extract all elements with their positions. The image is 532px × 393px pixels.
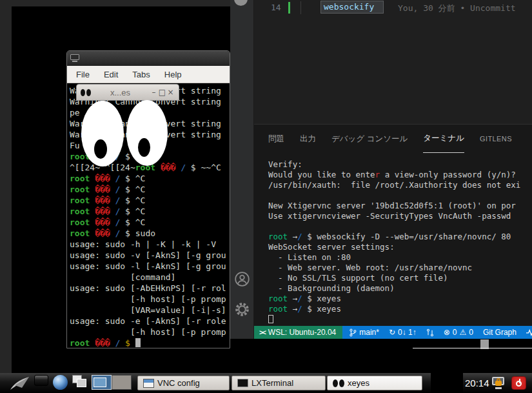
bottom-panel: 問題 出力 デバッグ コンソール ターミナル GITLENS Verify:Wo… xyxy=(254,124,532,326)
terminal-text: usage: sudo -h | -K | -k | -V xyxy=(70,239,216,249)
tab-debug-console[interactable]: デバッグ コンソール xyxy=(331,125,408,153)
pager-desktop-2[interactable] xyxy=(112,375,132,390)
terminal-line: WebSocket server settings: xyxy=(268,242,532,252)
pager-desktop-1[interactable] xyxy=(92,375,112,390)
terminal-line: [-h host] [-p promp xyxy=(70,327,230,338)
terminal-text: $ xeyes xyxy=(302,304,341,314)
clock[interactable]: 20:14 xyxy=(465,373,489,393)
lxterminal-button-label: LXTerminal xyxy=(251,378,293,388)
git-sync-indicator[interactable]: ↻ 0↓ 1↑ xyxy=(389,328,417,337)
terminal-line: root ��� / $ ^C xyxy=(70,195,230,206)
menu-edit[interactable]: Edit xyxy=(104,70,118,79)
terminal-line: usage: sudo -l [-AknS] [-g grou xyxy=(70,261,230,272)
terminal-line: root ��� / $ ^C xyxy=(70,184,230,195)
vscode-main: 14 websockify You, 30 分前 • Uncommitt 問題 … xyxy=(254,0,532,339)
terminal-line: usage: sudo -h | -K | -k | -V xyxy=(70,239,230,250)
close-button[interactable]: × xyxy=(166,88,175,97)
tab-terminal[interactable]: ターミナル xyxy=(423,125,464,153)
taskbar-button-vnc-config[interactable]: VNC config xyxy=(137,376,230,390)
terminal-text: WebSocket server settings: xyxy=(268,242,395,252)
vnc-window-icon xyxy=(143,379,154,388)
terminal-text: ��� xyxy=(95,338,110,348)
activity-bar xyxy=(230,0,254,339)
terminal-text xyxy=(120,338,125,348)
terminal-line: [VAR=value] [-i|-s] xyxy=(70,305,230,316)
terminal-text: root xyxy=(70,228,95,238)
terminal-text: usage: sudo -l [-AknS] [-g grou xyxy=(70,261,226,271)
terminal-line: root ��� / $ sudo xyxy=(70,228,230,239)
terminal-text: ��� xyxy=(95,207,110,216)
terminal-text: root xyxy=(70,207,95,216)
xeyes-titlebar[interactable]: x...es – □ × xyxy=(76,84,179,101)
gitlens-compare-button[interactable] xyxy=(426,328,434,337)
terminal-text: Would you like to ente xyxy=(268,170,375,179)
maximize-button[interactable]: □ xyxy=(158,88,166,97)
lock-screen-button[interactable] xyxy=(491,376,506,390)
vscode-window: 14 websockify You, 30 分前 • Uncommitt 問題 … xyxy=(230,0,532,339)
start-menu-button[interactable] xyxy=(8,375,32,392)
tab-output[interactable]: 出力 xyxy=(300,125,316,153)
terminal-text: root xyxy=(70,196,95,205)
integrated-terminal[interactable]: Verify:Would you like to enter a view-on… xyxy=(254,153,532,326)
menu-help[interactable]: Help xyxy=(164,70,182,79)
git-graph-button[interactable]: Git Graph xyxy=(483,328,517,337)
terminal-text: usage: sudo [-AbEHknPS] [-r rol xyxy=(70,283,226,293)
terminal-text: usage: sudo -e [-AknS] [-r role xyxy=(70,316,226,326)
logout-button[interactable] xyxy=(511,376,526,390)
terminal-line: /usr/bin/xauth: file /root/.Xauthority d… xyxy=(268,180,532,190)
indent-guide xyxy=(300,1,301,14)
terminal-text: Verify: xyxy=(268,159,302,169)
lxterminal-menubar: File Edit Tabs Help xyxy=(67,66,230,83)
terminal-line: Would you like to enter a view-only pass… xyxy=(268,170,532,180)
terminal-line: root ��� / $ ^C xyxy=(70,217,230,228)
terminal-text: root xyxy=(268,294,293,303)
tab-gitlens[interactable]: GITLENS xyxy=(480,125,512,153)
terminal-line: New Xtigervnc server '19bd1c52d0f5:1 (ro… xyxy=(268,201,532,211)
terminal-line xyxy=(268,190,532,201)
file-manager-icon xyxy=(34,375,48,386)
terminal-text: usage: sudo -v [-AknS] [-g grou xyxy=(70,250,226,260)
terminal-text: Fu xyxy=(70,141,80,150)
remote-icon: >< xyxy=(259,328,265,336)
screen-lock-icon xyxy=(491,376,506,390)
file-manager-button[interactable] xyxy=(34,375,48,386)
terminal-text: r xyxy=(375,170,380,179)
window-edge-line xyxy=(413,348,532,348)
gear-icon[interactable] xyxy=(234,301,250,320)
account-icon[interactable] xyxy=(234,271,250,290)
xeyes-right-eye xyxy=(126,100,168,166)
minimize-all-button[interactable] xyxy=(72,375,89,389)
code-editor[interactable]: 14 websockify You, 30 分前 • Uncommitt xyxy=(254,0,532,124)
git-branch-indicator[interactable]: main* xyxy=(349,328,379,337)
terminal-line: [-h host] [-p promp xyxy=(70,294,230,305)
panel-tab-bar: 問題 出力 デバッグ コンソール ターミナル GITLENS xyxy=(254,125,532,153)
menu-file[interactable]: File xyxy=(76,70,90,79)
gutter-change-indicator xyxy=(288,2,290,14)
remote-indicator[interactable]: >< WSL: Ubuntu-20.04 xyxy=(254,326,342,339)
taskbar-button-lxterminal[interactable]: LXTerminal xyxy=(232,376,326,390)
remote-label: WSL: Ubuntu-20.04 xyxy=(268,328,336,337)
terminal-line: root →/ $ xeyes xyxy=(268,294,532,304)
compare-icon xyxy=(426,328,434,337)
menu-tabs[interactable]: Tabs xyxy=(132,70,150,79)
terminal-text: $ xyxy=(125,338,130,348)
taskbar-spacer xyxy=(431,373,463,393)
terminal-text: $ ~~^C xyxy=(186,163,221,172)
tab-problems[interactable]: 問題 xyxy=(268,125,284,153)
xeyes-right-pupil xyxy=(138,138,150,157)
lxterminal-titlebar[interactable] xyxy=(67,51,230,66)
terminal-text: /usr/bin/xauth: file /root/.Xauthority d… xyxy=(268,180,520,190)
avatar-badge xyxy=(234,0,248,6)
problems-indicator[interactable]: ⊗ 0 ⚠ 0 xyxy=(444,328,473,337)
minimize-button[interactable]: – xyxy=(150,88,158,97)
taskbar-button-xeyes[interactable]: xeyes xyxy=(327,376,422,390)
terminal-line: root →/ $ websockify -D --web=/usr/share… xyxy=(268,232,532,242)
perf-indicator[interactable]: 1.16 xyxy=(526,328,532,337)
terminal-text: $ ^C xyxy=(120,196,145,205)
web-browser-button[interactable] xyxy=(53,375,68,390)
terminal-line: - No SSL/TLS support (no cert file) xyxy=(268,273,532,283)
status-bar-right: main* ↻ 0↓ 1↑ ⊗ 0 ⚠ 0 xyxy=(342,326,532,339)
code-token: websockify xyxy=(320,1,384,14)
terminal-text: root xyxy=(70,338,95,348)
branch-icon xyxy=(349,328,357,337)
